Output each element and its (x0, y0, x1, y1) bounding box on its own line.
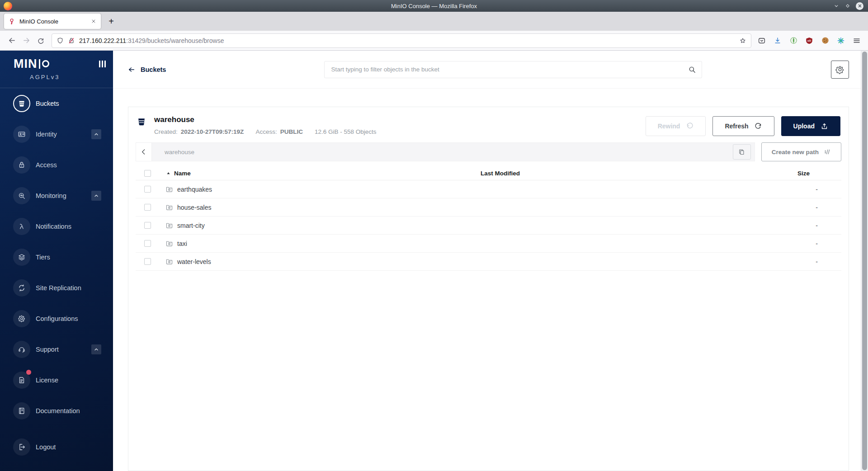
privacy-icon[interactable] (787, 34, 800, 47)
create-new-path-button[interactable]: Create new path (761, 142, 841, 161)
svg-text:uO: uO (807, 39, 811, 42)
sidebar-item-notifications[interactable]: Notifications (0, 211, 113, 242)
access-value: PUBLIC (280, 128, 303, 135)
table-row[interactable]: smart-city - (136, 217, 841, 235)
object-name: smart-city (177, 222, 205, 229)
menu-icon[interactable] (850, 34, 863, 47)
row-checkbox[interactable] (144, 204, 151, 211)
insecure-lock-icon (68, 37, 75, 44)
column-header-modified[interactable]: Last Modified (481, 170, 769, 177)
url-bar[interactable]: 217.160.222.211:31429/buckets/warehouse/… (52, 33, 751, 48)
path-back-button[interactable] (136, 142, 152, 161)
bucket-meta: Created: 2022-10-27T09:57:19Z Access: PU… (154, 128, 376, 135)
reload-icon[interactable] (33, 34, 48, 47)
access-icon (13, 156, 30, 174)
sidebar: MIN AGPLv3 Buckets Identity Access Monit… (0, 51, 113, 471)
tab-title: MinIO Console (19, 18, 87, 25)
path-bar-row: warehouse Create new path (136, 142, 841, 161)
current-path-bar: warehouse (152, 142, 755, 161)
search-input[interactable] (331, 66, 684, 73)
table-row[interactable]: house-sales - (136, 198, 841, 217)
sidebar-item-site-replication[interactable]: Site Replication (0, 273, 113, 303)
created-label: Created: (154, 128, 178, 135)
browser-toolbar: 217.160.222.211:31429/buckets/warehouse/… (0, 31, 868, 51)
column-header-name[interactable]: Name (158, 170, 481, 177)
scrollbar-thumb[interactable] (862, 52, 867, 470)
sidebar-item-tiers[interactable]: Tiers (0, 242, 113, 273)
object-name: taxi (177, 240, 187, 247)
support-icon (13, 341, 30, 358)
ublock-icon[interactable]: uO (802, 34, 816, 47)
copy-path-button[interactable] (733, 144, 751, 160)
refresh-button[interactable]: Refresh (712, 116, 774, 136)
bookmark-star-icon[interactable] (739, 37, 746, 44)
object-name: earthquakes (177, 186, 212, 193)
table-row[interactable]: water-levels - (136, 253, 841, 271)
browser-tab[interactable]: MinIO Console (4, 14, 101, 29)
toolbar-extension-icons: uO (755, 34, 863, 47)
tab-close-icon[interactable] (91, 19, 96, 24)
row-checkbox[interactable] (144, 186, 151, 193)
main-content: Buckets warehouse Created: (113, 51, 868, 471)
buckets-back-link[interactable]: Buckets (128, 66, 166, 73)
sidebar-item-support[interactable]: Support (0, 334, 113, 365)
table-row[interactable]: taxi - (136, 235, 841, 253)
sidebar-item-configurations[interactable]: Configurations (0, 303, 113, 334)
sidebar-item-identity[interactable]: Identity (0, 119, 113, 150)
sort-asc-icon (166, 171, 171, 176)
minio-favicon-icon (9, 18, 15, 25)
cookie-icon[interactable] (818, 34, 832, 47)
row-checkbox[interactable] (144, 258, 151, 265)
table-row[interactable]: earthquakes - (136, 180, 841, 198)
bucket-browser-card: warehouse Created: 2022-10-27T09:57:19Z … (128, 107, 849, 471)
sidebar-item-access[interactable]: Access (0, 150, 113, 180)
sidebar-item-documentation[interactable]: Documentation (0, 396, 113, 426)
license-icon (13, 372, 30, 389)
bucket-name: warehouse (154, 115, 376, 124)
back-arrow-icon (128, 66, 135, 73)
upload-button[interactable]: Upload (781, 116, 840, 136)
sidebar-logo-row: MIN (0, 51, 113, 71)
forward-nav-icon[interactable] (19, 34, 33, 47)
url-text: 217.160.222.211:31429/buckets/warehouse/… (79, 37, 224, 44)
select-all-checkbox[interactable] (144, 170, 151, 177)
vertical-scrollbar[interactable] (861, 51, 868, 471)
object-size: - (769, 204, 841, 211)
object-name: water-levels (177, 258, 211, 265)
shield-icon (57, 37, 64, 44)
column-header-size[interactable]: Size (769, 170, 841, 177)
sidebar-item-buckets[interactable]: Buckets (0, 88, 113, 119)
url-host: 217.160.222.211 (79, 37, 126, 44)
object-size: - (769, 186, 841, 193)
bucket-settings-button[interactable] (831, 61, 849, 79)
search-icon (688, 66, 696, 74)
new-tab-button[interactable]: + (104, 14, 118, 28)
replication-icon (13, 279, 30, 297)
back-nav-icon[interactable] (5, 34, 19, 47)
row-checkbox[interactable] (144, 222, 151, 229)
pocket-icon[interactable] (755, 34, 769, 47)
object-size: - (769, 240, 841, 247)
bucket-actions: Rewind Refresh Upload (646, 116, 840, 136)
chevron-left-icon (140, 148, 147, 155)
bucket-icon (137, 117, 146, 127)
rewind-button[interactable]: Rewind (646, 116, 706, 136)
sidebar-collapse-icon[interactable] (99, 61, 106, 67)
tab-bar: MinIO Console + (0, 12, 868, 31)
identity-icon (13, 126, 30, 143)
chevron-up-icon[interactable] (91, 191, 101, 201)
monitoring-icon (13, 187, 30, 204)
current-path: warehouse (165, 149, 194, 155)
download-icon[interactable] (771, 34, 784, 47)
configurations-icon (13, 310, 30, 327)
sidebar-item-logout[interactable]: Logout (0, 432, 113, 462)
row-checkbox[interactable] (144, 240, 151, 247)
containers-icon[interactable] (834, 34, 848, 47)
sidebar-item-monitoring[interactable]: Monitoring (0, 180, 113, 211)
upload-icon (821, 122, 828, 130)
sidebar-item-license[interactable]: License (0, 365, 113, 396)
notifications-icon (13, 218, 30, 235)
rewind-icon (686, 122, 693, 130)
chevron-up-icon[interactable] (91, 129, 101, 139)
chevron-up-icon[interactable] (91, 344, 101, 354)
